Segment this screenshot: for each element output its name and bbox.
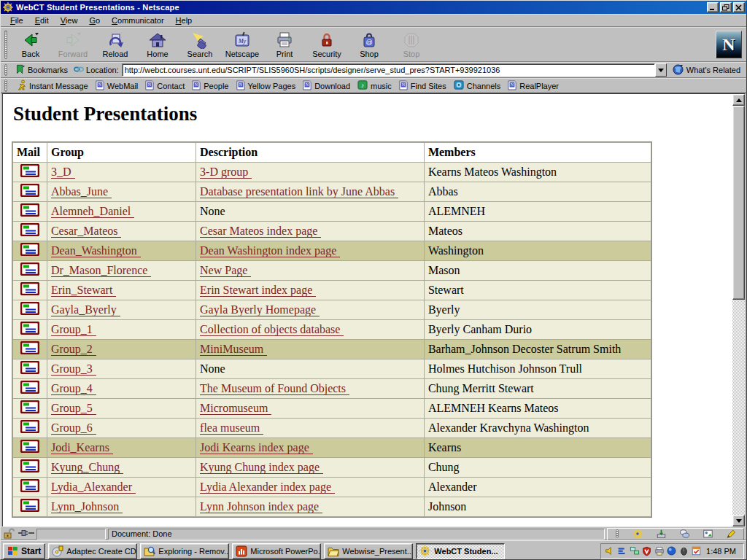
address-book-icon[interactable] <box>701 528 714 540</box>
display-bars-icon[interactable] <box>616 545 627 557</box>
description-link[interactable]: Jodi Kearns index page <box>200 441 313 454</box>
group-link[interactable]: Cesar_Mateos <box>51 225 122 238</box>
composer-icon[interactable] <box>724 528 738 540</box>
group-link[interactable]: Abbas_June <box>51 185 112 198</box>
toolbar-gripper[interactable] <box>4 30 7 58</box>
personal-item-instant-message[interactable]: Instant Message <box>17 79 88 92</box>
group-link[interactable]: Alemneh_Daniel <box>51 205 134 218</box>
description-link[interactable]: Dean Washington index page <box>200 244 340 257</box>
antivirus-shield-icon[interactable] <box>641 545 652 557</box>
inbox-icon[interactable] <box>654 528 667 540</box>
task-scheduler-icon[interactable] <box>691 545 702 557</box>
print-button[interactable]: Print <box>263 28 306 61</box>
security-lock-icon[interactable] <box>3 528 16 540</box>
mail-icon[interactable] <box>20 223 39 236</box>
description-link[interactable]: Database presentation link by June Abbas <box>200 185 398 198</box>
group-link[interactable]: Erin_Stewart <box>51 284 116 297</box>
mail-icon[interactable] <box>20 400 39 413</box>
bookmarks-button[interactable]: Bookmarks <box>12 63 71 77</box>
description-link[interactable]: The Museum of Found Objects <box>200 382 349 395</box>
component-bar-gripper[interactable] <box>616 529 619 538</box>
locbar-gripper[interactable] <box>4 64 7 75</box>
description-link[interactable]: Micromuseum <box>200 402 271 415</box>
mail-icon[interactable] <box>20 164 39 177</box>
menu-item-file[interactable]: File <box>5 15 28 26</box>
mail-icon[interactable] <box>20 341 39 354</box>
url-dropdown-button[interactable] <box>655 63 667 77</box>
mail-icon[interactable] <box>20 243 39 256</box>
back-button[interactable]: Back <box>9 28 52 61</box>
description-link[interactable]: New Page <box>200 264 251 277</box>
mail-icon[interactable] <box>20 420 39 433</box>
personal-item-webmail[interactable]: N WebMail <box>96 80 139 92</box>
printer-tray-icon[interactable] <box>654 545 665 557</box>
mail-icon[interactable] <box>20 440 39 453</box>
search-button[interactable]: Search <box>179 28 221 61</box>
group-link[interactable]: Group_4 <box>51 382 96 395</box>
shop-button[interactable]: @ Shop <box>348 28 390 61</box>
description-link[interactable]: Collection of objects database <box>200 323 344 336</box>
mail-icon[interactable] <box>20 479 39 492</box>
description-link[interactable]: Cesar Mateos index page <box>200 225 321 238</box>
reload-button[interactable]: Reload <box>94 28 136 61</box>
task-microsoft-powerpo[interactable]: Microsoft PowerPo... <box>232 543 321 559</box>
scroll-down-button[interactable] <box>732 515 745 526</box>
navigator-icon[interactable] <box>631 528 644 540</box>
mail-icon[interactable] <box>20 262 39 276</box>
group-link[interactable]: Dean_Washington <box>51 244 141 257</box>
group-link[interactable]: 3_D <box>51 166 75 179</box>
mail-icon[interactable] <box>20 282 39 295</box>
mail-icon[interactable] <box>20 203 39 217</box>
menu-item-communicator[interactable]: Communicator <box>107 15 169 26</box>
group-link[interactable]: Jodi_Kearns <box>51 441 113 454</box>
description-link[interactable]: Erin Stewart index page <box>200 284 316 297</box>
group-link[interactable]: Group_3 <box>51 362 96 376</box>
group-link[interactable]: Group_6 <box>51 421 96 435</box>
mail-icon[interactable] <box>20 499 39 512</box>
menu-item-go[interactable]: Go <box>84 15 105 26</box>
task-exploring-remov[interactable]: Exploring - Remov... <box>140 543 229 559</box>
personal-item-music[interactable]: ♪ music <box>357 80 392 91</box>
group-link[interactable]: Dr_Mason_Florence <box>51 264 151 277</box>
realplayer-icon[interactable] <box>666 545 677 557</box>
netscape-logo[interactable]: N <box>716 31 742 58</box>
restore-button[interactable] <box>720 2 732 12</box>
home-button[interactable]: Home <box>136 28 179 61</box>
description-link[interactable]: Kyung Chung index page <box>200 461 323 474</box>
task-webct-studen[interactable]: WebCT Studen... <box>416 543 505 559</box>
menu-item-view[interactable]: View <box>55 15 83 26</box>
group-link[interactable]: Group_2 <box>51 343 96 356</box>
netscape-button[interactable]: My Netscape <box>221 28 263 61</box>
personal-item-find-sites[interactable]: N Find Sites <box>399 80 446 92</box>
personal-item-people[interactable]: N People <box>192 80 228 92</box>
description-link[interactable]: Gayla Byerly Homepage <box>200 303 320 316</box>
menu-item-help[interactable]: Help <box>171 15 198 26</box>
personal-item-yellow-pages[interactable]: N Yellow Pages <box>236 80 296 92</box>
personal-item-contact[interactable]: N Contact <box>145 80 185 92</box>
vertical-scrollbar[interactable] <box>732 94 745 526</box>
newsgroups-icon[interactable] <box>678 528 691 540</box>
mail-icon[interactable] <box>20 184 39 197</box>
mouse-icon[interactable] <box>678 545 689 557</box>
volume-icon[interactable] <box>604 545 615 557</box>
security-button[interactable]: Security <box>306 28 348 61</box>
mail-icon[interactable] <box>20 361 39 374</box>
persbar-gripper[interactable] <box>4 79 7 91</box>
network-icon[interactable] <box>629 545 640 557</box>
start-button[interactable]: Start <box>3 543 45 559</box>
description-link[interactable]: flea museum <box>200 421 263 435</box>
description-link[interactable]: MiniMuseum <box>200 343 267 356</box>
scroll-up-button[interactable] <box>732 94 745 106</box>
group-link[interactable]: Lynn_Johnson <box>51 500 123 513</box>
menu-item-edit[interactable]: Edit <box>30 15 54 26</box>
group-link[interactable]: Gayla_Byerly <box>51 303 120 316</box>
scrollbar-thumb[interactable] <box>732 106 745 300</box>
minimize-button[interactable] <box>707 2 719 12</box>
group-link[interactable]: Lydia_Alexander <box>51 481 136 494</box>
mail-icon[interactable] <box>20 322 39 335</box>
mail-icon[interactable] <box>20 459 39 472</box>
url-input[interactable] <box>122 63 655 77</box>
personal-item-download[interactable]: N Download <box>303 80 350 92</box>
group-link[interactable]: Group_1 <box>51 323 96 336</box>
description-link[interactable]: Lynn Johnson index page <box>200 500 322 513</box>
